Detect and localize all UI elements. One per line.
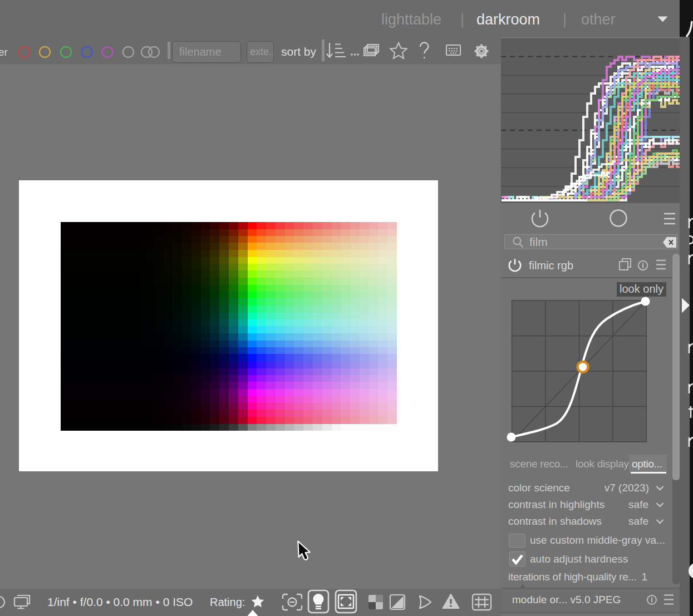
svg-text:Rating:: Rating: (210, 596, 245, 608)
svg-text:1/inf • f/0.0 • 0.0 mm • 0 ISO: 1/inf • f/0.0 • 0.0 mm • 0 ISO (47, 595, 193, 608)
